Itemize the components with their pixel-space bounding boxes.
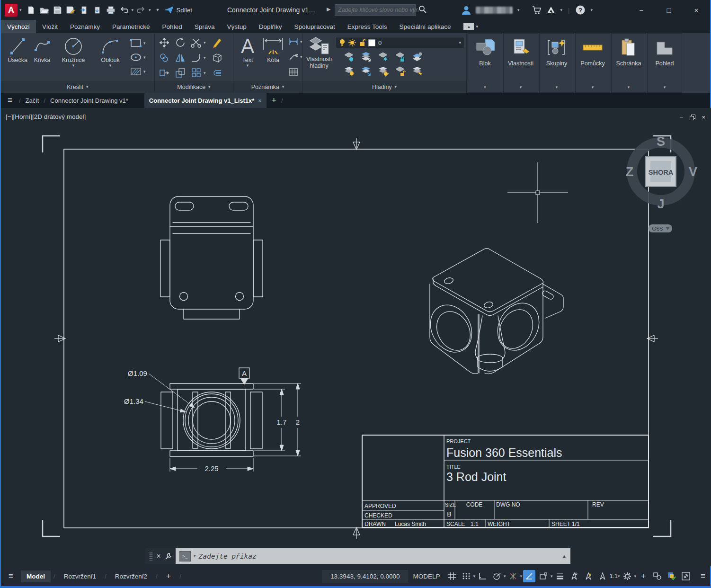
line-button[interactable]: Úsečka (5, 36, 30, 63)
layout-menu-hamburger-icon[interactable]: ≡ (1, 571, 21, 581)
undo-chevron-icon[interactable]: ▾ (132, 8, 134, 12)
panel-hladiny-footer[interactable]: Hladiny ▾ (302, 81, 466, 93)
coordinates-readout[interactable]: 13.3943, 9.4102, 0.0000 (322, 570, 408, 583)
graphics-performance-button[interactable] (666, 570, 678, 582)
layer-unlock-button[interactable] (394, 65, 407, 77)
customization-button[interactable]: + (637, 570, 649, 582)
panel-schranka[interactable]: Schránka ▾ (611, 33, 646, 93)
arc-button[interactable]: Oblouk ▾ (95, 36, 126, 68)
panel-kreslit-footer[interactable]: Kreslit ▾ (1, 81, 154, 93)
stretch-button[interactable] (159, 67, 170, 79)
layer-make-current-button[interactable] (360, 51, 373, 62)
new-layout-button[interactable]: + (160, 569, 177, 584)
lineweight-toggle[interactable] (554, 570, 566, 582)
ellipse-button[interactable]: ▾ (130, 52, 146, 62)
export-button[interactable] (79, 4, 90, 16)
share-button[interactable]: Sdílet (165, 6, 192, 14)
box-button[interactable] (212, 52, 223, 63)
help-icon[interactable]: ? (575, 5, 586, 15)
annoscale-chevron-icon[interactable]: ▾ (618, 574, 620, 579)
offset-button[interactable] (212, 67, 223, 79)
tab-parametricke[interactable]: Parametrické (106, 20, 156, 33)
viewcube[interactable]: S Z V J SHORA (626, 134, 697, 211)
tab-vlozit[interactable]: Vložit (36, 20, 64, 33)
save-button[interactable] (52, 4, 63, 16)
transfer-button[interactable] (92, 4, 103, 16)
model-space-button[interactable]: MODELP (408, 573, 444, 580)
snap-toggle[interactable] (460, 570, 472, 582)
tab-sprava[interactable]: Správa (188, 20, 221, 33)
tab-start[interactable]: Začít (21, 93, 44, 108)
erase-button[interactable] (212, 37, 223, 48)
search-icon[interactable] (418, 5, 427, 15)
tab-spolupracovat[interactable]: Spolupracovat (288, 20, 341, 33)
panel-poznamka-footer[interactable]: Poznámka ▾ (233, 81, 302, 93)
panel-vlastnosti[interactable]: Vlastnosti ▾ (503, 33, 538, 93)
search-input[interactable] (335, 5, 421, 15)
viewport-restore-button[interactable] (690, 115, 695, 120)
grid-toggle[interactable] (446, 570, 458, 582)
tab-pohled[interactable]: Pohled (156, 20, 188, 33)
search-field[interactable] (335, 4, 416, 16)
ortho-toggle[interactable] (476, 570, 489, 582)
annotation-scale-icon[interactable] (596, 570, 609, 582)
chevron-down-icon[interactable]: ▾ (19, 8, 22, 12)
wrench-icon[interactable] (164, 552, 172, 560)
layer-isolate-button[interactable] (343, 65, 356, 77)
command-history-chevron-icon[interactable]: ▾ (194, 554, 196, 558)
dyninput-chevron-icon[interactable]: ▾ (551, 574, 553, 579)
dynamic-input-toggle[interactable] (537, 570, 550, 582)
tab-vychozi[interactable]: Výchozí (1, 20, 36, 33)
array-button[interactable]: ▾ (191, 67, 206, 79)
snap-chevron-icon[interactable]: ▾ (473, 574, 476, 579)
close-button[interactable]: × (683, 0, 710, 20)
viewport-close-button[interactable]: × (702, 114, 705, 121)
copy-button[interactable] (159, 52, 170, 63)
polar-tracking-toggle[interactable] (490, 570, 503, 582)
play-icon[interactable]: ▶ (327, 6, 330, 12)
print-button[interactable] (105, 4, 116, 16)
table-button[interactable] (288, 67, 299, 77)
tab-close-icon[interactable]: × (258, 97, 262, 104)
open-file-button[interactable] (39, 4, 50, 16)
tab-drawing-v1[interactable]: Connector Joint Drawing v1* (45, 93, 133, 108)
panel-modifikace-footer[interactable]: Modifikace ▾ (155, 81, 233, 93)
panel-skupiny[interactable]: Skupiny ▾ (539, 33, 574, 93)
text-button[interactable]: A Text ▾ (236, 35, 259, 68)
settings-chevron-icon[interactable]: ▾ (634, 574, 637, 579)
polyline-button[interactable]: Křivka (30, 36, 54, 63)
status-menu-hamburger-icon[interactable]: ≡ (693, 571, 710, 581)
ribbon-collapse-control[interactable]: ▲ ▾ (463, 20, 478, 33)
minimize-button[interactable]: − (628, 0, 655, 20)
new-file-button[interactable] (26, 4, 37, 16)
layer-match-button[interactable] (411, 51, 424, 62)
object-snap-toggle-active[interactable] (523, 570, 535, 582)
layer-unisolate-button[interactable] (360, 65, 373, 77)
panel-blok[interactable]: Blok ▾ (468, 33, 502, 93)
layer-select[interactable]: 0 ▾ (336, 37, 464, 48)
ucs-pill[interactable]: GSS (649, 224, 672, 232)
panel-pohled[interactable]: Pohled ▾ (647, 33, 682, 93)
viewcube-west[interactable]: Z (626, 165, 634, 179)
undo-button[interactable] (118, 4, 130, 16)
object-snap-tracking-toggle[interactable] (507, 570, 519, 582)
otrack-chevron-icon[interactable]: ▾ (520, 574, 523, 579)
account-chevron-icon[interactable]: ▾ (517, 8, 520, 12)
polar-chevron-icon[interactable]: ▾ (504, 574, 506, 579)
layer-properties-button[interactable]: Vlastnosti hladiny (304, 35, 334, 69)
tab-express-tools[interactable]: Express Tools (341, 20, 393, 33)
drawing-canvas[interactable]: Ø1.09 Ø1.34 1.7 2 2.25 A (1, 108, 711, 566)
leader-button[interactable]: ▾ (288, 52, 302, 62)
command-close-icon[interactable]: × (156, 552, 160, 561)
command-drag-handle[interactable] (149, 552, 153, 561)
viewport-controls-label[interactable]: [−][Horní][2D drátový model] (6, 113, 86, 120)
tab-doplnky[interactable]: Doplňky (253, 20, 288, 33)
autodesk-logo-icon[interactable] (546, 6, 556, 14)
file-menu-hamburger-icon[interactable]: ≡ (1, 93, 19, 108)
autodesk-chevron-icon[interactable]: ▾ (560, 8, 563, 12)
settings-gear-button[interactable] (621, 570, 633, 582)
tab-drawing-v1-list1x[interactable]: Connector Joint Drawing v1_List1x* × (144, 93, 267, 108)
autocad-logo[interactable]: A (5, 4, 18, 17)
new-tab-button[interactable]: + (267, 93, 281, 108)
tab-specialni-aplikace[interactable]: Speciální aplikace (393, 20, 457, 33)
